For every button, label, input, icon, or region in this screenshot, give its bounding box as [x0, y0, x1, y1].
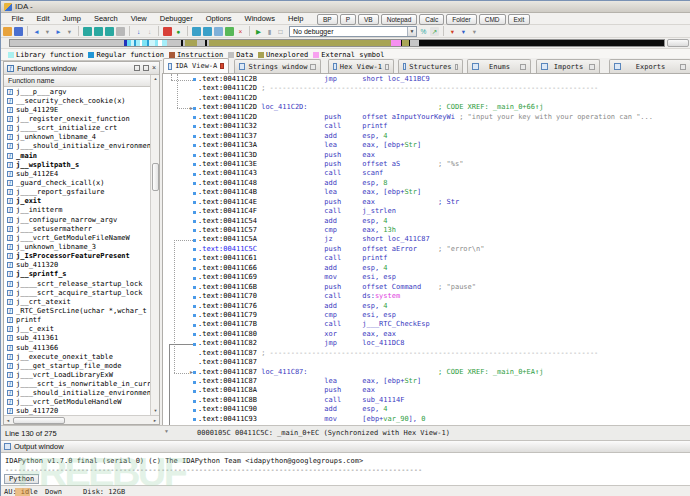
save-icon[interactable]: [14, 27, 23, 36]
function-list-item[interactable]: f__security_check_cookie(x): [4, 96, 150, 105]
function-list-item[interactable]: fj____scrt_acquire_startup_lock: [4, 288, 150, 297]
menu-search[interactable]: Search: [87, 14, 124, 23]
quick-button-folder[interactable]: Folder: [446, 14, 476, 25]
function-list-item[interactable]: fj___setusermatherr: [4, 224, 150, 233]
open-file-icon[interactable]: [3, 27, 12, 36]
chevron-down-icon[interactable]: ▼: [407, 27, 416, 36]
function-list-item[interactable]: fsub_411320: [4, 261, 150, 270]
quick-button-p[interactable]: P: [340, 14, 356, 25]
quick-button-calc[interactable]: Calc: [419, 14, 444, 25]
tab-close-icon[interactable]: [520, 64, 526, 70]
jump-icon[interactable]: ↓: [134, 27, 143, 36]
function-list-item[interactable]: fsub_4112E4: [4, 169, 150, 178]
disasm-line[interactable]: .text:00411C2Dloc_411C2D:; CODE XREF: _m…: [198, 103, 690, 112]
disasm-line[interactable]: .text:00411C87loc_411C87:; CODE XREF: _m…: [198, 368, 690, 377]
disasm-line[interactable]: .text:00411C32callprintf: [198, 122, 690, 131]
quick-button-notepad[interactable]: Notepad: [381, 14, 418, 25]
menu-windows[interactable]: Windows: [238, 14, 281, 23]
disasm-line[interactable]: .text:00411C3Epushoffset aS; "%s": [198, 160, 690, 169]
hscroll-thumb[interactable]: [13, 417, 65, 424]
function-list-item[interactable]: fj__sprintf_s: [4, 270, 150, 279]
function-list-item[interactable]: fsub_411720: [4, 407, 150, 415]
function-list-item[interactable]: f_guard_check_icall(x): [4, 178, 150, 187]
menu-edit[interactable]: Edit: [30, 14, 56, 23]
scroll-up-icon[interactable]: ▲: [151, 75, 160, 83]
dbg2-icon[interactable]: [203, 27, 212, 36]
function-list-item[interactable]: fj__crt_atexit: [4, 297, 150, 306]
tab-close-icon[interactable]: [385, 64, 388, 70]
attach-icon[interactable]: %: [419, 27, 428, 36]
function-list-item[interactable]: fj__configure_narrow_argv: [4, 215, 150, 224]
function-list-item[interactable]: fj_exit: [4, 197, 150, 206]
disasm-line[interactable]: .text:00411C4Bleaeax, [ebp+Str]: [198, 188, 690, 197]
disasm-line[interactable]: .text:00411C2D: [198, 94, 690, 103]
function-list-item[interactable]: fsub_411361: [4, 334, 150, 343]
close-icon[interactable]: ×: [152, 65, 156, 71]
function-list-item[interactable]: fj__initterm: [4, 206, 150, 215]
quick-button-exit[interactable]: Exit: [508, 14, 531, 25]
tab-imports[interactable]: Imports: [536, 59, 600, 73]
disasm-line[interactable]: .text:00411C87: [198, 358, 690, 367]
copy1-icon[interactable]: [83, 27, 92, 36]
disasm-line[interactable]: .text:00411C4Fcallj_strlen: [198, 207, 690, 216]
disasm-line[interactable]: .text:00411C2D; ------------------------…: [198, 84, 690, 93]
disasm-line[interactable]: .text:00411C87leaeax, [ebp+Str]: [198, 377, 690, 386]
quick-button-vb[interactable]: VB: [358, 14, 379, 25]
disasm-line[interactable]: .text:00411C80xoreax, eax: [198, 330, 690, 339]
jump2-icon[interactable]: ↓: [145, 27, 154, 36]
disasm-line[interactable]: .text:00411C82jmploc_411DC8: [198, 339, 690, 348]
function-list-item[interactable]: fj__c_exit: [4, 325, 150, 334]
tab-hex-view-1[interactable]: Hex View-1: [328, 59, 394, 73]
function-list-item[interactable]: fj_IsProcessorFeaturePresent: [4, 252, 150, 261]
function-list-item[interactable]: fj__register_onexit_function: [4, 114, 150, 123]
disasm-line[interactable]: .text:00411C76addesp, 4: [198, 302, 690, 311]
function-list-item[interactable]: fj___vcrt_LoadLibraryExW: [4, 370, 150, 379]
dbg4-icon[interactable]: [225, 27, 234, 36]
dbg3-icon[interactable]: [214, 27, 223, 36]
function-list-item[interactable]: fj____scrt_initialize_crt: [4, 124, 150, 133]
function-list-item[interactable]: fj____scrt_release_startup_lock: [4, 279, 150, 288]
start-process-icon[interactable]: ▶: [254, 27, 263, 36]
function-list-item[interactable]: fj_unknown_libname_4: [4, 133, 150, 142]
scroll-right-icon[interactable]: ►: [151, 416, 159, 425]
disasm-line[interactable]: .text:00411C57cmpeax, 13h: [198, 226, 690, 235]
tab-exports[interactable]: Exports: [609, 59, 690, 73]
bpt2-icon[interactable]: ▾: [459, 27, 468, 36]
menu-debugger[interactable]: Debugger: [153, 14, 199, 23]
functions-vertical-scrollbar[interactable]: ▲ ▼: [150, 75, 159, 415]
scroll-down-icon[interactable]: ▼: [151, 407, 160, 415]
bpt1-icon[interactable]: ▾: [448, 27, 457, 36]
function-list-item[interactable]: fsub_41129E: [4, 105, 150, 114]
pause-process-icon[interactable]: ▮: [265, 27, 274, 36]
function-list-item[interactable]: fj___vcrt_GetModuleFileNameW: [4, 233, 150, 242]
forward-icon[interactable]: ►: [54, 27, 63, 36]
restore-icon[interactable]: [134, 65, 140, 71]
disasm-line[interactable]: .text:00411C43callscanf: [198, 169, 690, 178]
menu-options[interactable]: Options: [199, 14, 238, 23]
disasm-line[interactable]: .text:00411C79cmpesi, esp: [198, 311, 690, 320]
disasm-line[interactable]: .text:00411C3Dpusheax: [198, 151, 690, 160]
disasm-line[interactable]: .text:00411C7Bcallj___RTC_CheckEsp: [198, 320, 690, 329]
run-icon[interactable]: ●: [174, 27, 183, 36]
quick-button-bp[interactable]: BP: [317, 14, 338, 25]
tab-close-icon[interactable]: [220, 63, 224, 69]
functions-horizontal-scrollbar[interactable]: ◄ ►: [4, 415, 159, 424]
disasm-line[interactable]: .text:00411C8Bcallsub_41114F: [198, 396, 690, 405]
tab-close-icon[interactable]: [589, 64, 595, 70]
disasm-line[interactable]: .text:00411C54addesp, 4: [198, 217, 690, 226]
function-list-item[interactable]: fj_unknown_libname_3: [4, 242, 150, 251]
python-button[interactable]: Python: [4, 474, 39, 484]
function-list-item[interactable]: fj___vcrt_GetModuleHandleW: [4, 398, 150, 407]
disasm-line[interactable]: .text:00411C37addesp, 4: [198, 132, 690, 141]
function-list-item[interactable]: fj__wsplitpath_s: [4, 160, 150, 169]
navband-button[interactable]: [667, 39, 689, 47]
function-list-item[interactable]: fprintf: [4, 316, 150, 325]
function-list-item[interactable]: fj___should_initialize_environment: [4, 389, 150, 398]
disasm-line[interactable]: .text:00411C4Epusheax; Str: [198, 198, 690, 207]
copy2-icon[interactable]: [94, 27, 103, 36]
menu-jump[interactable]: Jump: [56, 14, 87, 23]
stop-process-icon[interactable]: □: [276, 27, 285, 36]
disasm-line[interactable]: .text:00411C87; ------------------------…: [198, 349, 690, 358]
menu-help[interactable]: Help: [282, 14, 310, 23]
scroll-thumb[interactable]: [152, 163, 159, 191]
